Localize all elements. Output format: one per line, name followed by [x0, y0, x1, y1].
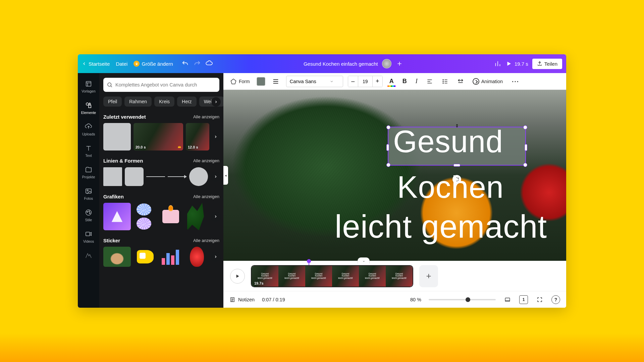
sticker-thumb-4[interactable] — [190, 247, 204, 267]
shape-square[interactable] — [103, 167, 122, 186]
cloud-sync-icon[interactable] — [205, 60, 213, 68]
chip-rahmen[interactable]: Rahmen — [124, 97, 152, 107]
panel-collapse-handle[interactable]: ◂ — [223, 166, 228, 185]
rail-photos[interactable]: Fotos — [78, 184, 99, 204]
home-button[interactable]: Startseite — [82, 61, 110, 67]
selection-handle-se[interactable] — [523, 163, 527, 167]
notes-button[interactable]: Notizen — [229, 297, 255, 303]
search-box[interactable] — [103, 78, 219, 92]
crown-icon: ♛ — [133, 61, 140, 67]
selection-handle-s[interactable] — [453, 164, 460, 167]
graphic-thumb-1[interactable] — [103, 203, 131, 230]
add-collaborator-button[interactable] — [395, 60, 404, 68]
graphics-scroll-right[interactable] — [211, 212, 221, 222]
spacing-button[interactable] — [455, 77, 466, 86]
selection-handle-ne[interactable] — [523, 125, 527, 129]
shape-form-button[interactable]: Form — [228, 77, 252, 86]
animation-button[interactable]: Animation — [471, 77, 505, 86]
sticker-thumb-3[interactable] — [160, 247, 187, 267]
more-options-button[interactable]: ⋯ — [509, 76, 522, 87]
redo-button[interactable] — [193, 60, 201, 68]
rail-text[interactable]: Text — [78, 141, 99, 161]
graphic-thumb-3[interactable] — [157, 203, 184, 230]
selection-handle-w[interactable] — [386, 144, 389, 151]
rail-elements[interactable]: Elemente — [78, 98, 99, 118]
chip-kreis[interactable]: Kreis — [154, 97, 174, 107]
timeline: ⌄ 19.7s GesundKochenleicht gemacht! Gesu… — [223, 261, 566, 291]
graphic-thumb-2[interactable] — [133, 203, 154, 230]
design-canvas[interactable]: ◂ Gesund ⇕ Kochen leicht gemacht — [223, 90, 566, 261]
recent-thumb-video-2[interactable]: 12.0 s — [186, 123, 209, 150]
chip-row: Pfeil Rahmen Kreis Herz Weihna — [103, 97, 219, 107]
document-title[interactable]: Gesund Kochen einfach gemacht — [304, 61, 378, 67]
shape-arrow-line[interactable] — [168, 176, 186, 177]
fill-color-swatch[interactable] — [257, 77, 265, 86]
lines-scroll-right[interactable] — [211, 172, 221, 182]
insights-button[interactable] — [494, 60, 502, 68]
selection-handle-e[interactable] — [525, 144, 527, 151]
chip-scroll-right[interactable] — [211, 97, 221, 107]
bold-button[interactable]: B — [400, 76, 409, 86]
selection-handle-sw[interactable] — [386, 163, 390, 167]
search-input[interactable] — [115, 82, 216, 87]
font-family-select[interactable]: Canva Sans — [286, 76, 343, 87]
rail-templates[interactable]: Vorlagen — [78, 76, 99, 97]
recent-thumb-shape[interactable] — [103, 123, 131, 150]
rail-videos[interactable]: Videos — [78, 227, 99, 247]
shape-rounded-square[interactable] — [125, 167, 144, 186]
canvas-text-line3[interactable]: leicht gemacht — [335, 210, 547, 244]
stickers-scroll-right[interactable] — [211, 252, 221, 262]
font-size-increase[interactable]: + — [372, 76, 382, 87]
sticker-thumb-1[interactable] — [103, 247, 131, 267]
rail-uploads[interactable]: Uploads — [78, 119, 99, 139]
selected-text-frame[interactable]: Gesund ⇕ — [388, 127, 526, 166]
text-icon — [85, 144, 93, 152]
svg-point-7 — [89, 211, 90, 212]
add-page-button[interactable]: + — [419, 265, 438, 287]
svg-point-1 — [86, 103, 89, 105]
svg-point-11 — [443, 79, 443, 80]
share-button[interactable]: Teilen — [532, 59, 562, 69]
recent-scroll-right[interactable] — [211, 132, 221, 142]
italic-button[interactable]: I — [414, 76, 420, 86]
selection-handle-nw[interactable] — [386, 125, 390, 129]
rail-more[interactable] — [78, 248, 99, 263]
canvas-text-line1[interactable]: Gesund — [393, 125, 503, 158]
help-button[interactable]: ? — [551, 295, 560, 304]
graphic-thumb-4[interactable] — [187, 203, 204, 230]
rail-styles[interactable]: Stile — [78, 205, 99, 225]
stickers-show-all[interactable]: Alle anzeigen — [193, 238, 219, 243]
recent-show-all[interactable]: Alle anzeigen — [193, 114, 219, 119]
zoom-slider-knob[interactable] — [466, 297, 470, 302]
uploads-icon — [85, 123, 93, 131]
recent-thumb-video-1[interactable]: 20.0 s — [133, 123, 183, 150]
chip-herz[interactable]: Herz — [177, 97, 197, 107]
canvas-text-line2[interactable]: Kochen — [397, 171, 504, 203]
sticker-thumb-2[interactable] — [133, 247, 157, 267]
present-button[interactable]: 19.7 s — [506, 61, 528, 67]
timeline-collapse-button[interactable]: ⌄ — [358, 257, 370, 263]
resize-button[interactable]: ♛ Größe ändern — [133, 61, 173, 67]
font-size-value[interactable]: 19 — [358, 76, 372, 87]
undo-button[interactable] — [181, 60, 189, 68]
user-avatar[interactable] — [382, 59, 391, 68]
page-indicator[interactable]: 1 — [519, 295, 528, 304]
align-button[interactable] — [424, 77, 435, 86]
shape-line[interactable] — [146, 176, 165, 177]
file-menu[interactable]: Datei — [116, 61, 127, 67]
graphics-show-all[interactable]: Alle anzeigen — [193, 194, 219, 199]
fullscreen-button[interactable] — [535, 295, 544, 304]
chip-pfeil[interactable]: Pfeil — [103, 97, 122, 107]
text-color-button[interactable]: A — [387, 76, 396, 86]
lines-show-all[interactable]: Alle anzeigen — [193, 158, 219, 163]
font-size-decrease[interactable]: – — [348, 76, 358, 87]
grid-view-button[interactable] — [503, 295, 512, 304]
timeline-clip[interactable]: 19.7s GesundKochenleicht gemacht! Gesund… — [251, 265, 413, 287]
search-icon — [107, 82, 113, 88]
list-button[interactable] — [440, 77, 450, 86]
timeline-play-button[interactable] — [230, 269, 245, 284]
shape-circle[interactable] — [189, 167, 208, 186]
zoom-slider[interactable] — [429, 299, 496, 300]
border-style-button[interactable] — [270, 76, 281, 86]
rail-projects[interactable]: Projekte — [78, 162, 99, 182]
